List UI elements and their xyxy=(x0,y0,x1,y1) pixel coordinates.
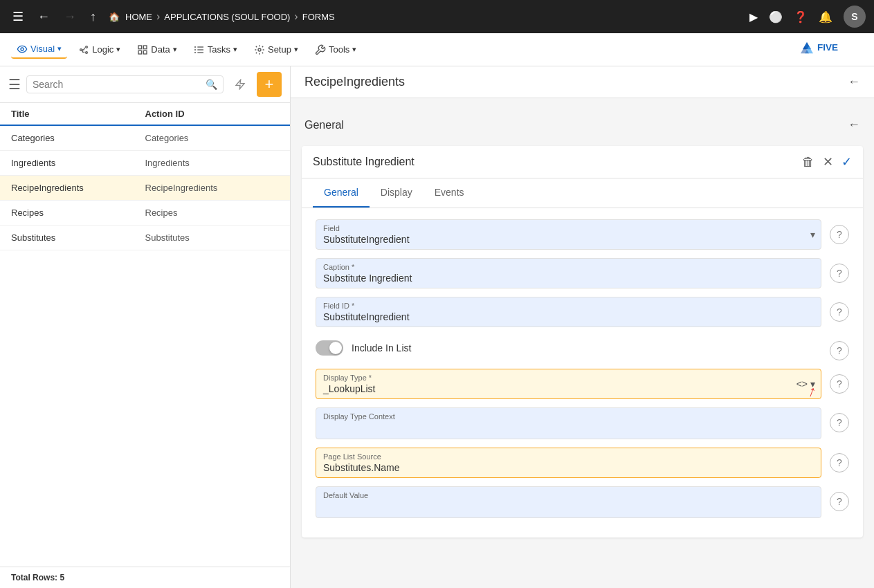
default-value-help-icon[interactable]: ? xyxy=(830,492,849,511)
table-rows: Categories Categories Ingredients Ingred… xyxy=(0,126,290,250)
svg-text:FIVE: FIVE xyxy=(817,42,838,53)
include-in-list-help-icon[interactable]: ? xyxy=(830,341,849,360)
table-row[interactable]: Categories Categories xyxy=(0,126,290,151)
search-box[interactable]: 🔍 xyxy=(26,75,224,93)
include-in-list-label: Include In List xyxy=(352,342,411,353)
display-type-context-label: Display Type Context xyxy=(323,412,814,421)
search-input[interactable] xyxy=(33,79,206,90)
breadcrumb-app[interactable]: APPLICATIONS (SOUL FOOD) xyxy=(164,12,290,22)
nav-visual-arrow: ▾ xyxy=(57,44,62,53)
delete-icon[interactable]: 🗑 xyxy=(802,155,814,169)
field-label: Field xyxy=(323,224,814,232)
forward-icon[interactable]: → xyxy=(60,7,80,27)
nav-tasks-arrow: ▾ xyxy=(233,45,237,54)
page-list-source-input-wrapper[interactable]: Page List Source Substitutes.Name xyxy=(316,448,821,478)
table-row[interactable]: Recipes Recipes xyxy=(0,201,290,226)
default-value-row: Default Value ? xyxy=(316,486,849,518)
page-list-source-form-field: Page List Source Substitutes.Name xyxy=(316,448,821,478)
nav-item-data[interactable]: Data ▾ xyxy=(131,42,182,58)
row-action-id: RecipeIngredients xyxy=(145,183,280,193)
svg-marker-19 xyxy=(236,80,244,89)
general-back-icon[interactable]: ← xyxy=(848,118,860,132)
field-id-input-wrapper[interactable]: Field ID * SubstituteIngredient xyxy=(316,297,821,327)
help-icon[interactable]: ❓ xyxy=(794,10,808,24)
display-type-help-icon[interactable]: ? xyxy=(830,374,849,394)
check-icon[interactable]: ✓ xyxy=(841,154,852,169)
breadcrumb-home[interactable]: HOME xyxy=(125,12,152,22)
include-in-list-toggle[interactable] xyxy=(316,340,343,356)
add-button[interactable]: + xyxy=(257,72,282,97)
default-value-value xyxy=(323,501,814,513)
row-title: RecipeIngredients xyxy=(11,183,145,193)
nav-logic-arrow: ▾ xyxy=(116,45,120,54)
display-type-context-help-icon[interactable]: ? xyxy=(830,413,849,432)
field-dropdown-icon[interactable]: ▾ xyxy=(810,229,815,240)
caption-help-icon[interactable]: ? xyxy=(830,264,849,283)
code-icon[interactable]: <> xyxy=(796,378,808,389)
nav-item-visual[interactable]: Visual ▾ xyxy=(11,41,67,59)
nav-setup-label: Setup xyxy=(268,44,291,55)
table-row[interactable]: Substitutes Substitutes xyxy=(0,226,290,250)
toggle-knob xyxy=(329,342,342,354)
page-list-source-help-icon[interactable]: ? xyxy=(830,453,849,472)
data-icon xyxy=(137,44,148,55)
breadcrumb-sep1: › xyxy=(156,10,160,23)
general-section-title: General xyxy=(304,119,344,131)
svg-point-14 xyxy=(258,48,261,51)
caption-input-wrapper[interactable]: Caption * Substitute Ingredient xyxy=(316,258,821,288)
secondary-navigation: Visual ▾ Logic ▾ Data ▾ Tasks ▾ Setup ▾ … xyxy=(0,33,874,66)
content-header: RecipeIngredients ← xyxy=(291,66,874,98)
panel-header-actions: 🗑 ✕ ✓ xyxy=(802,154,852,169)
up-icon[interactable]: ↑ xyxy=(86,7,100,27)
nav-item-setup[interactable]: Setup ▾ xyxy=(248,42,304,58)
default-value-form-field: Default Value xyxy=(316,486,821,518)
nav-item-tools[interactable]: Tools ▾ xyxy=(309,42,362,58)
display-type-label: Display Type * xyxy=(323,374,814,382)
row-title: Recipes xyxy=(11,208,145,218)
lightning-button[interactable] xyxy=(229,73,251,95)
svg-point-3 xyxy=(86,51,88,53)
substitute-ingredient-panel: Substitute Ingredient 🗑 ✕ ✓ General Disp… xyxy=(302,146,863,538)
breadcrumb-forms[interactable]: FORMS xyxy=(302,12,335,22)
display-type-input-wrapper[interactable]: Display Type * _LookupList <> ▾ xyxy=(316,369,821,399)
panel-tabs: General Display Events xyxy=(302,178,863,208)
lightning-icon xyxy=(235,79,246,90)
field-value: SubstituteIngredient xyxy=(323,234,814,245)
content-back-icon[interactable]: ← xyxy=(848,75,860,89)
display-type-context-form-field: Display Type Context xyxy=(316,407,821,439)
display-type-context-row: Display Type Context ? xyxy=(316,407,849,439)
bell-icon[interactable]: 🔔 xyxy=(819,10,832,24)
menu-icon[interactable]: ☰ xyxy=(8,6,28,27)
sidebar-menu-icon[interactable]: ☰ xyxy=(8,76,21,93)
nav-item-tasks[interactable]: Tasks ▾ xyxy=(188,42,243,58)
play-icon[interactable]: ▶ xyxy=(749,10,758,24)
display-type-context-value xyxy=(323,422,814,434)
svg-point-2 xyxy=(86,46,88,48)
field-input-wrapper: Field SubstituteIngredient ▾ xyxy=(316,219,821,250)
close-icon[interactable]: ✕ xyxy=(823,154,833,169)
svg-point-0 xyxy=(21,48,24,50)
field-help-icon[interactable]: ? xyxy=(830,225,849,244)
table-row[interactable]: Ingredients Ingredients xyxy=(0,151,290,176)
back-icon[interactable]: ← xyxy=(33,7,54,27)
tab-display[interactable]: Display xyxy=(370,178,424,208)
row-action-id: Ingredients xyxy=(145,158,280,168)
display-type-context-input-wrapper[interactable]: Display Type Context xyxy=(316,407,821,439)
avatar[interactable]: S xyxy=(844,6,866,28)
table-row[interactable]: RecipeIngredients RecipeIngredients xyxy=(0,176,290,201)
row-action-id: Recipes xyxy=(145,208,280,218)
search-icon[interactable]: ⚪ xyxy=(769,10,783,24)
field-id-form-field: Field ID * SubstituteIngredient xyxy=(316,297,821,327)
caption-label: Caption * xyxy=(323,263,814,271)
nav-item-logic[interactable]: Logic ▾ xyxy=(73,42,126,58)
display-type-dropdown-icon[interactable]: ▾ xyxy=(810,378,815,389)
tab-general[interactable]: General xyxy=(313,178,370,208)
nav-logic-label: Logic xyxy=(92,44,113,55)
field-id-value: SubstituteIngredient xyxy=(323,311,814,322)
row-action-id: Substitutes xyxy=(145,232,280,243)
logic-icon xyxy=(78,44,89,55)
default-value-input-wrapper[interactable]: Default Value xyxy=(316,486,821,518)
sidebar-toolbar: ☰ 🔍 + xyxy=(0,66,290,103)
tab-events[interactable]: Events xyxy=(424,178,475,208)
field-id-help-icon[interactable]: ? xyxy=(830,302,849,322)
